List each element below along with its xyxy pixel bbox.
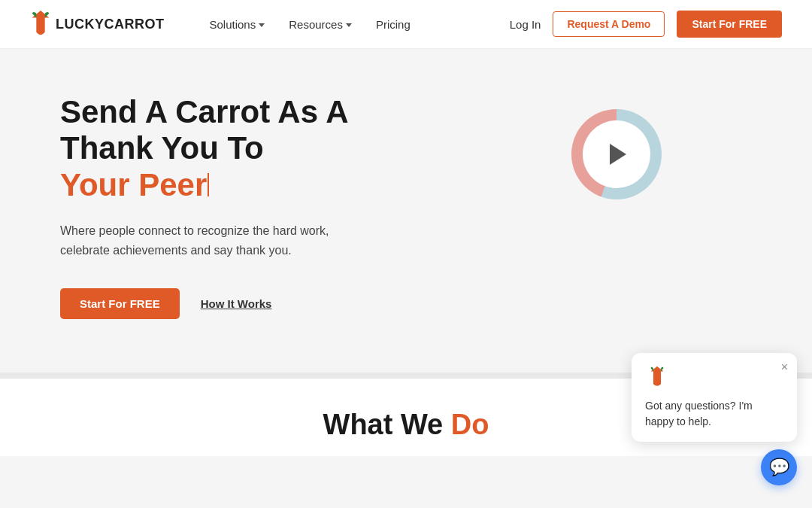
hero-ctas: Start For FREE How It Works [60,288,349,319]
nav-pricing[interactable]: Pricing [376,18,411,31]
hero-content: Send A Carrot As A Thank You To Your Pee… [60,94,349,319]
start-free-nav-button[interactable]: Start For FREE [677,11,782,38]
chat-carrot-icon [645,365,669,389]
logo-carrot-text: CARROT [105,17,165,32]
close-icon[interactable]: × [781,360,788,374]
play-icon [610,144,626,165]
chevron-down-icon [259,23,265,27]
login-button[interactable]: Log In [510,18,541,31]
chevron-down-icon [346,23,352,27]
chat-message: Got any questions? I'm happy to help. [645,398,783,430]
video-inner-circle [583,120,650,188]
chat-icon: 💬 [769,458,789,477]
nav-links: Solutions Resources Pricing [210,18,480,31]
chat-bubble: × Got any questions? I'm happy to help. [632,353,797,442]
start-free-hero-button[interactable]: Start For FREE [60,288,180,319]
hero-title: Send A Carrot As A Thank You To Your Pee… [60,94,349,203]
chat-open-button[interactable]: 💬 [761,449,797,485]
logo[interactable]: LUCKYCARROT [30,11,165,38]
nav-actions: Log In Request A Demo Start For FREE [510,11,782,38]
navbar: LUCKYCARROT Solutions Resources Pricing … [0,0,812,49]
how-it-works-link[interactable]: How It Works [201,297,272,310]
nav-solutions[interactable]: Solutions [210,18,265,31]
what-title-highlight: Do [451,409,489,440]
video-play-button[interactable] [571,109,662,199]
hero-section: Send A Carrot As A Thank You To Your Pee… [0,49,812,373]
video-ring[interactable] [571,109,662,199]
nav-resources[interactable]: Resources [289,18,352,31]
hero-title-highlight: Your Peer [60,167,207,202]
hero-description: Where people connect to recognize the ha… [60,221,346,261]
carrot-logo-icon [30,11,51,38]
request-demo-button[interactable]: Request A Demo [553,11,665,37]
chat-widget: × Got any questions? I'm happy to help. … [632,353,797,485]
logo-lucky-text: LUCKY [56,17,105,32]
